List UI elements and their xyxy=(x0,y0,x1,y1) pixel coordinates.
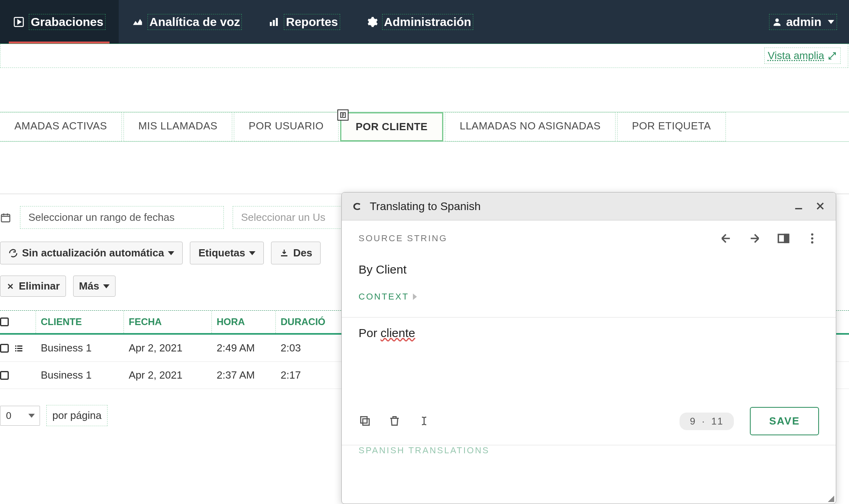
tab-label: AMADAS ACTIVAS xyxy=(14,120,107,132)
cell-fecha: Apr 2, 2021 xyxy=(124,335,212,361)
date-range-input[interactable]: Seleccionar un rango de fechas xyxy=(20,206,224,229)
nav-item-label: Grabaciones xyxy=(29,14,106,30)
download-button[interactable]: Des xyxy=(271,242,321,264)
tab-label: POR CLIENTE xyxy=(356,121,428,133)
svg-rect-1 xyxy=(270,22,272,26)
tab-llamadas-activas[interactable]: AMADAS ACTIVAS xyxy=(0,112,122,141)
bar-chart-icon xyxy=(268,16,280,28)
tags-button[interactable]: Etiquetas xyxy=(190,242,264,264)
tab-mis-llamadas[interactable]: MIS LLAMADAS xyxy=(124,112,232,141)
translation-panel-title: Translating to Spanish xyxy=(370,200,787,213)
header-duracion[interactable]: DURACIÓ xyxy=(276,311,348,333)
checkbox-icon xyxy=(0,317,9,326)
nav-item-label: Reportes xyxy=(284,14,340,30)
header-hora[interactable]: HORA xyxy=(212,311,276,333)
wide-view-link[interactable]: Vista amplia xyxy=(764,48,841,64)
tab-label: LLAMADAS NO ASIGNADAS xyxy=(460,120,601,132)
translation-panel-header[interactable]: Translating to Spanish xyxy=(342,192,836,220)
source-string-value: By Client xyxy=(359,263,819,276)
user-select-placeholder: Seleccionar un Us xyxy=(241,211,325,223)
auto-refresh-button[interactable]: Sin actualización automática xyxy=(0,242,183,264)
nav-item-analitica[interactable]: Analítica de voz xyxy=(119,0,255,44)
header-cliente[interactable]: CLIENTE xyxy=(36,311,124,333)
wide-view-label: Vista amplia xyxy=(768,50,824,62)
svg-rect-8 xyxy=(17,345,22,347)
tab-por-cliente[interactable]: POR CLIENTE xyxy=(340,112,443,141)
minimize-icon[interactable] xyxy=(793,201,805,212)
row-checkbox[interactable] xyxy=(0,344,9,353)
user-select-input[interactable]: Seleccionar un Us xyxy=(233,206,349,229)
chevron-right-icon xyxy=(413,294,417,300)
copy-source-icon[interactable] xyxy=(359,415,372,428)
cell-hora: 2:37 AM xyxy=(212,362,276,389)
svg-rect-10 xyxy=(17,348,22,349)
header-fecha[interactable]: FECHA xyxy=(124,311,212,333)
delete-button[interactable]: Eliminar xyxy=(0,276,66,297)
nav-item-label: Analítica de voz xyxy=(147,14,242,30)
close-icon[interactable] xyxy=(815,201,826,212)
user-menu[interactable]: admin xyxy=(757,0,849,44)
chevron-down-icon xyxy=(168,251,174,255)
nav-item-reportes[interactable]: Reportes xyxy=(255,0,353,44)
delete-icon xyxy=(6,282,15,291)
text-cursor-icon[interactable] xyxy=(418,415,431,428)
translations-section-label: SPANISH TRANSLATIONS xyxy=(342,445,836,462)
cell-dur: 2:03 xyxy=(276,335,348,361)
calendar-icon xyxy=(0,212,11,223)
context-toggle[interactable]: CONTEXT xyxy=(359,292,819,313)
save-label: SAVE xyxy=(769,415,800,427)
user-label: admin xyxy=(786,15,821,29)
more-button[interactable]: Más xyxy=(73,276,116,297)
next-icon[interactable] xyxy=(748,232,761,245)
cell-cliente: Business 1 xyxy=(36,335,124,361)
tab-label: POR ETIQUETA xyxy=(632,120,711,132)
nav-item-administracion[interactable]: Administración xyxy=(353,0,486,44)
save-button[interactable]: SAVE xyxy=(750,407,819,435)
translation-panel: Translating to Spanish SOURCE STRING xyxy=(341,192,836,504)
translation-input[interactable]: Por cliente xyxy=(342,317,836,344)
cell-cliente: Business 1 xyxy=(36,362,124,389)
area-chart-icon xyxy=(132,16,143,28)
svg-rect-14 xyxy=(785,234,789,242)
trash-icon[interactable] xyxy=(388,415,402,428)
cell-fecha: Apr 2, 2021 xyxy=(124,362,212,389)
svg-rect-3 xyxy=(276,18,278,26)
svg-rect-2 xyxy=(273,20,275,26)
edit-badge-icon xyxy=(337,109,349,121)
tags-label: Etiquetas xyxy=(198,247,245,259)
prev-icon[interactable] xyxy=(719,232,733,245)
tab-label: POR USUARIO xyxy=(249,120,324,132)
tab-por-etiqueta[interactable]: POR ETIQUETA xyxy=(617,112,726,141)
download-label: Des xyxy=(293,247,312,259)
svg-rect-9 xyxy=(15,348,16,349)
chevron-down-icon xyxy=(103,284,110,288)
side-panel-icon[interactable] xyxy=(777,232,790,245)
svg-rect-11 xyxy=(15,350,16,351)
row-checkbox[interactable] xyxy=(0,371,9,380)
svg-point-16 xyxy=(811,237,813,240)
cell-hora: 2:49 AM xyxy=(212,335,276,361)
svg-point-4 xyxy=(775,18,779,22)
list-icon[interactable] xyxy=(14,343,24,353)
kebab-menu-icon[interactable] xyxy=(805,232,819,245)
svg-point-15 xyxy=(811,233,813,236)
tab-llamadas-no-asignadas[interactable]: LLAMADAS NO ASIGNADAS xyxy=(445,112,616,141)
scroll-handle-icon[interactable] xyxy=(828,496,834,502)
svg-point-17 xyxy=(811,241,813,244)
gear-icon xyxy=(366,16,378,28)
svg-rect-18 xyxy=(361,417,367,423)
tab-por-usuario[interactable]: POR USUARIO xyxy=(234,112,339,141)
page-size-select[interactable]: 0 xyxy=(0,406,40,426)
per-page-label: por página xyxy=(46,405,108,426)
wideview-row: Vista amplia xyxy=(0,44,848,68)
expand-icon xyxy=(827,51,837,61)
char-count-pill: 9 · 11 xyxy=(680,413,734,430)
header-checkbox[interactable] xyxy=(0,311,36,333)
date-range-placeholder: Seleccionar un rango de fechas xyxy=(28,211,175,223)
nav-item-grabaciones[interactable]: Grabaciones xyxy=(0,0,119,44)
translation-value: Por cliente xyxy=(359,326,819,340)
chevron-down-icon xyxy=(828,20,834,24)
context-label: CONTEXT xyxy=(359,292,409,302)
refresh-icon xyxy=(8,248,18,258)
crowdin-logo-icon xyxy=(351,200,363,212)
